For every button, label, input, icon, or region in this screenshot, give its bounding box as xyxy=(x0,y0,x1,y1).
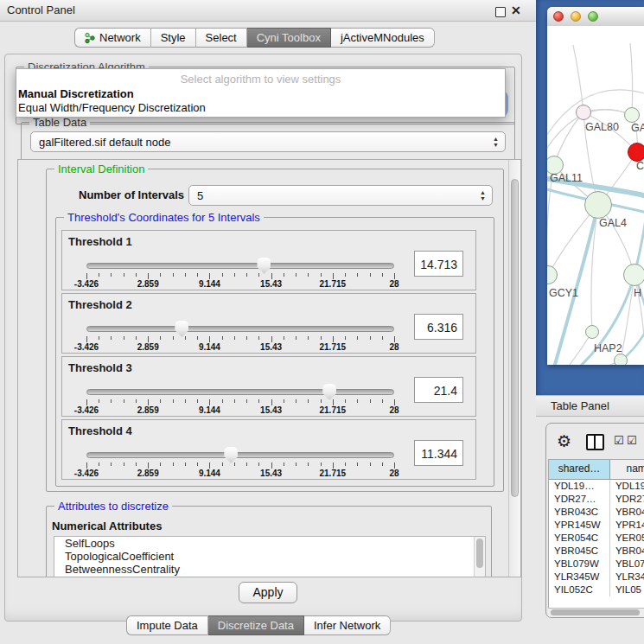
checkbox-icon[interactable]: ☑ xyxy=(627,435,637,446)
threshold-value-field[interactable]: 11.344 xyxy=(414,440,463,466)
tab-cyni-toolbox[interactable]: Cyni Toolbox xyxy=(247,28,331,48)
threshold-slider-track[interactable] xyxy=(86,452,394,458)
tick-mark xyxy=(185,273,186,277)
gear-icon[interactable]: ⚙ xyxy=(557,431,571,451)
table-row[interactable]: YDL19…YDL19 xyxy=(549,480,644,493)
table-row[interactable]: YER054CYER05 xyxy=(549,532,644,545)
tab-label: Impute Data xyxy=(137,619,198,632)
tab-label: Network xyxy=(99,31,141,44)
table-row[interactable]: YBR043CYBR04 xyxy=(549,506,644,519)
threshold-value-field[interactable]: 14.713 xyxy=(414,251,463,277)
table-cell: YPR145W xyxy=(549,519,610,532)
cyni-toolbox-content: Discretization Algorithm ▲▼ Select algor… xyxy=(4,54,522,622)
table-row[interactable]: YLR345WYLR34 xyxy=(549,571,644,583)
table-hscrollbar-thumb[interactable] xyxy=(551,609,640,615)
node-red-node[interactable] xyxy=(628,143,644,162)
checkbox-icon[interactable]: ☑ xyxy=(614,435,624,446)
dropdown-option-equal-width-frequency-discretization[interactable]: Equal Width/Frequency Discretization xyxy=(18,101,206,114)
tick-mark xyxy=(111,273,112,277)
table-row[interactable]: YPR145WYPR14 xyxy=(549,519,644,532)
tick-mark xyxy=(258,336,259,340)
network-window-frame: GAL80GACGAL11GAL4GCY1HHAP2 xyxy=(536,0,644,395)
tick-label: 9.144 xyxy=(183,469,235,478)
number-of-intervals-combo[interactable]: 5 ▲▼ xyxy=(188,185,493,206)
app-root: Control Panel ✕ NetworkStyleSelectCyni T… xyxy=(0,0,644,644)
tab-discretize-data[interactable]: Discretize Data xyxy=(208,615,304,635)
threshold-slider-track[interactable] xyxy=(86,389,394,395)
node-label-gal80: GAL80 xyxy=(585,121,619,133)
network-edge xyxy=(630,43,633,115)
tab-style[interactable]: Style xyxy=(151,28,196,48)
table-cell: YDL19… xyxy=(549,480,610,493)
tick-mark xyxy=(160,399,161,403)
table-cell: YDL19 xyxy=(610,480,644,493)
interval-definition-group: Interval Definition Number of Intervals … xyxy=(46,169,504,492)
tick-label: 2.859 xyxy=(122,342,174,352)
settings-scrollbar[interactable] xyxy=(508,160,520,577)
column-selector-icon[interactable] xyxy=(586,434,604,450)
table-data-combo[interactable]: galFiltered.sif default node ▲▼ xyxy=(30,131,506,152)
column-header-shared[interactable]: shared… xyxy=(549,460,610,479)
column-header-name[interactable]: name xyxy=(610,460,644,479)
table-row[interactable]: YBL079WYBL07 xyxy=(549,558,644,571)
tick-mark xyxy=(246,336,247,340)
tick-mark xyxy=(284,462,284,466)
table-row[interactable]: YIL052CYIL05 xyxy=(549,583,644,596)
threshold-slider-track[interactable] xyxy=(86,326,394,332)
node-gal4[interactable] xyxy=(584,191,612,219)
table-cell: YDR27 xyxy=(610,493,644,506)
node-node-top-right[interactable] xyxy=(624,107,640,123)
threshold-slider-handle[interactable] xyxy=(257,258,271,274)
threshold-slider-handle[interactable] xyxy=(175,321,188,337)
tick-mark xyxy=(99,273,99,277)
settings-scrollbar-thumb[interactable] xyxy=(511,179,519,497)
tab-infer-network[interactable]: Infer Network xyxy=(304,615,391,635)
top-tab-bar: NetworkStyleSelectCyni ToolboxjActiveMNo… xyxy=(74,28,435,48)
tab-label: Infer Network xyxy=(314,619,380,632)
control-panel-titlebar: Control Panel ✕ xyxy=(0,0,536,22)
zoom-traffic-light-icon[interactable] xyxy=(588,11,598,22)
dropdown-option-manual-discretization[interactable]: Manual Discretization xyxy=(18,87,134,100)
list-item-topologicalcoefficient[interactable]: TopologicalCoefficient xyxy=(54,550,485,563)
close-icon[interactable]: ✕ xyxy=(511,3,521,18)
list-scrollbar[interactable] xyxy=(474,537,485,577)
table-hscrollbar[interactable] xyxy=(548,608,644,617)
tick-label: 21.715 xyxy=(307,469,359,478)
tick-mark xyxy=(234,462,235,466)
tab-impute-data[interactable]: Impute Data xyxy=(126,615,208,635)
threshold-slider-handle[interactable] xyxy=(224,447,238,463)
list-scrollbar-thumb[interactable] xyxy=(476,539,483,568)
tick-mark xyxy=(333,462,334,469)
tick-mark xyxy=(258,462,259,466)
tick-mark xyxy=(148,336,149,342)
tab-network[interactable]: Network xyxy=(74,28,151,48)
network-canvas[interactable]: GAL80GACGAL11GAL4GCY1HHAP2 xyxy=(547,26,644,365)
threshold-value-field[interactable]: 21.4 xyxy=(414,377,463,403)
table-row[interactable]: YDR27…YDR27 xyxy=(549,493,644,506)
tick-mark xyxy=(321,399,322,403)
tick-mark xyxy=(234,399,235,403)
node-hap2[interactable] xyxy=(585,325,599,339)
tab-select[interactable]: Select xyxy=(196,28,247,48)
tick-mark xyxy=(246,462,247,466)
threshold-slider-track[interactable] xyxy=(86,263,394,269)
list-item-betweennesscentrality[interactable]: BetweennessCentrality xyxy=(54,563,485,576)
tick-mark xyxy=(271,336,272,342)
close-traffic-light-icon[interactable] xyxy=(553,11,564,22)
tick-mark xyxy=(321,273,322,277)
list-item-selfloops[interactable]: SelfLoops xyxy=(54,537,485,550)
table-row[interactable]: YBR045CYBR04 xyxy=(549,545,644,558)
node-label-c: C xyxy=(636,160,644,172)
float-window-icon[interactable] xyxy=(495,7,506,17)
minimize-traffic-light-icon[interactable] xyxy=(571,11,581,22)
threshold-value-field[interactable]: 6.316 xyxy=(414,314,463,340)
tab-jactivemnodules[interactable]: jActiveMNodules xyxy=(331,28,435,48)
node-gal80[interactable] xyxy=(576,105,591,120)
node-bottom-node[interactable] xyxy=(614,354,628,365)
threshold-slider-handle[interactable] xyxy=(322,384,336,400)
numerical-attributes-list[interactable]: SelfLoopsTopologicalCoefficientBetweenne… xyxy=(54,536,486,577)
node-h-node[interactable] xyxy=(623,264,644,286)
apply-button[interactable]: Apply xyxy=(239,582,297,603)
tick-mark xyxy=(148,399,149,405)
tick-mark xyxy=(284,273,284,277)
